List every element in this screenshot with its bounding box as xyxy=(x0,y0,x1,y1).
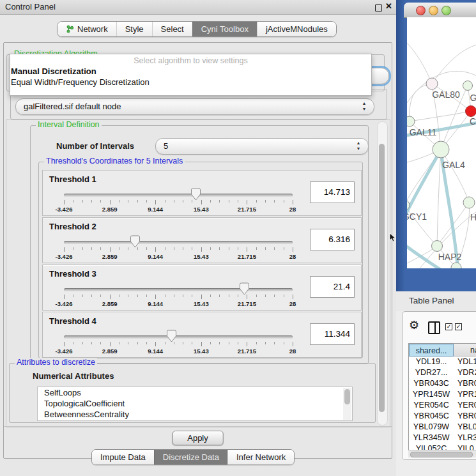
settings-scroll-region: Interval Definition Number of Intervals … xyxy=(6,119,390,427)
threshold-slider-track[interactable] xyxy=(64,335,293,339)
table-panel-title: Table Panel xyxy=(409,296,454,305)
tab-label: Network xyxy=(77,24,108,34)
list-scrollbar[interactable] xyxy=(343,388,351,420)
threshold-slider-track[interactable] xyxy=(64,194,293,197)
tab-impute-data[interactable]: Impute Data xyxy=(92,450,154,464)
table-rows: YDL19...YDL1YDR27...YDR2YBR043CYBR0YPR14… xyxy=(409,357,476,450)
list-item[interactable]: BetweennessCentrality xyxy=(38,409,352,420)
slider-tick-labels: -3.4262.8599.14415.4321.71528 xyxy=(64,348,293,355)
network-canvas[interactable]: GAL80 GAL11 GAL4 GCY1 HAP2 G C H xyxy=(407,17,476,268)
table-row[interactable]: YPR145WYPR1 xyxy=(409,389,476,400)
network-window-titlebar[interactable] xyxy=(404,3,476,18)
network-graph: GAL80 GAL11 GAL4 GCY1 HAP2 G C H xyxy=(407,17,476,268)
close-icon[interactable]: ✕ xyxy=(385,1,392,11)
table-horizontal-scrollbar[interactable] xyxy=(408,450,476,457)
threshold-value-field[interactable]: 14.713 xyxy=(310,181,355,203)
settings-gear-icon[interactable]: ⚙ xyxy=(409,318,419,332)
group-title: Threshold's Coordinates for 5 Intervals xyxy=(44,157,185,165)
stepper-icon: ▲▼ xyxy=(361,100,367,112)
table-row[interactable]: YDL19...YDL1 xyxy=(409,357,476,367)
node-gal4 xyxy=(433,141,449,158)
panel-title: Control Panel xyxy=(5,2,56,12)
float-window-icon[interactable] xyxy=(375,4,382,12)
slider-thumb[interactable] xyxy=(130,235,140,248)
table-row[interactable]: YBR043CYBR0 xyxy=(409,378,476,389)
threshold-slider-track[interactable] xyxy=(64,241,293,244)
node-label: G xyxy=(470,93,476,103)
tab-style[interactable]: Style xyxy=(116,22,152,36)
table-data-combobox[interactable]: galFiltered.sif default node ▲▼ xyxy=(15,98,374,115)
threshold-slider-track[interactable] xyxy=(64,288,293,291)
tab-label: Discretize Data xyxy=(163,452,219,462)
table-row[interactable]: YLR345WYLR3 xyxy=(409,433,476,443)
table-row[interactable]: YBR045CYBR0 xyxy=(409,411,476,422)
control-panel-titlebar: Control Panel ✕ xyxy=(0,0,396,15)
tab-label: Infer Network xyxy=(236,452,286,462)
node-label: H xyxy=(470,212,476,222)
threshold-value-field[interactable]: 6.316 xyxy=(310,229,355,250)
number-of-intervals-label: Number of Intervals xyxy=(56,141,134,151)
table-panel-card: ⚙ ✓ ✓ shared... na YDL19...YDL1YDR27...Y… xyxy=(402,311,476,460)
tab-jactivemnodules[interactable]: jActiveMNodules xyxy=(257,22,336,36)
popup-option-equal-width-frequency[interactable]: Equal Width/Frequency Discretization xyxy=(11,77,150,87)
column-header-shared-name[interactable]: shared... xyxy=(409,344,454,357)
slider-thumb[interactable] xyxy=(191,188,201,201)
zoom-traffic-light[interactable] xyxy=(441,6,451,15)
number-of-intervals-combobox[interactable]: 5 ▲▼ xyxy=(155,138,369,155)
apply-button[interactable]: Apply xyxy=(172,431,224,445)
node-label: HAP2 xyxy=(438,252,462,262)
slider-thumb[interactable] xyxy=(167,330,176,342)
combobox-value: galFiltered.sif default node xyxy=(24,102,121,111)
tab-infer-network[interactable]: Infer Network xyxy=(227,450,294,464)
threshold-row-2: Threshold 2 -3.4262.8599.14415.4321.7152… xyxy=(42,217,362,263)
minimize-traffic-light[interactable] xyxy=(429,6,438,15)
control-panel: Control Panel ✕ Network Style Select Cyn… xyxy=(0,0,396,476)
threshold-label: Threshold 3 xyxy=(49,269,96,279)
tab-cyni-toolbox[interactable]: Cyni Toolbox xyxy=(192,22,257,36)
node-red xyxy=(466,106,476,117)
table-row[interactable]: YDR27...YDR2 xyxy=(409,367,476,378)
node-label: GAL11 xyxy=(410,127,437,137)
threshold-label: Threshold 2 xyxy=(49,222,96,231)
mouse-cursor xyxy=(389,233,397,243)
list-item[interactable]: SelfLoops xyxy=(38,387,352,398)
node-table: shared... na YDL19...YDL1YDR27...YDR2YBR… xyxy=(408,343,476,450)
threshold-label: Threshold 4 xyxy=(49,316,96,326)
checkbox-checked-icon[interactable]: ✓ xyxy=(455,323,462,330)
threshold-value-field[interactable]: 11.344 xyxy=(310,323,355,345)
popup-placeholder: Select algorithm to view settings xyxy=(10,56,371,65)
table-row[interactable]: YER054CYER0 xyxy=(409,400,476,411)
tab-label: Select xyxy=(161,24,184,34)
tab-label: Impute Data xyxy=(100,452,146,462)
tab-discretize-data[interactable]: Discretize Data xyxy=(154,450,227,464)
tab-select[interactable]: Select xyxy=(152,22,192,36)
threshold-row-3: Threshold 3 -3.4262.8599.14415.4321.7152… xyxy=(42,265,362,311)
group-title: Interval Definition xyxy=(36,120,102,129)
column-header-name[interactable]: na xyxy=(454,344,476,357)
threshold-row-1: Threshold 1 -3.4262.8599.14415.4321.7152… xyxy=(42,170,362,216)
slider-ticks xyxy=(64,342,293,347)
settings-scrollbar[interactable] xyxy=(377,121,388,426)
algorithm-popup: Select algorithm to view settings Manual… xyxy=(10,54,372,96)
node-label: C xyxy=(470,116,476,127)
scrollbar-thumb[interactable] xyxy=(410,452,473,457)
slider-tick-labels: -3.4262.8599.14415.4321.71528 xyxy=(64,300,293,307)
slider-ticks xyxy=(64,295,293,300)
list-item[interactable]: TopologicalCoefficient xyxy=(38,398,352,409)
tab-network[interactable]: Network xyxy=(58,22,116,36)
node-gal11 xyxy=(407,116,415,127)
slider-thumb[interactable] xyxy=(240,282,249,295)
node-label: GCY1 xyxy=(407,211,427,222)
popup-option-manual-discretization[interactable]: Manual Discretization xyxy=(11,66,96,76)
node-label: GAL80 xyxy=(432,89,460,100)
scrollbar-thumb[interactable] xyxy=(379,144,385,412)
threshold-row-4: Threshold 4 -3.4262.8599.14415.4321.7152… xyxy=(42,312,362,358)
close-traffic-light[interactable] xyxy=(416,6,426,15)
column-layout-icon[interactable] xyxy=(428,321,440,334)
node-label: GAL4 xyxy=(442,160,465,170)
table-row[interactable]: YBL079WYBL0 xyxy=(409,422,476,433)
checkbox-checked-icon[interactable]: ✓ xyxy=(445,323,452,330)
slider-ticks xyxy=(64,200,293,205)
node-gal80 xyxy=(426,78,438,89)
threshold-value-field[interactable]: 21.4 xyxy=(310,276,355,298)
